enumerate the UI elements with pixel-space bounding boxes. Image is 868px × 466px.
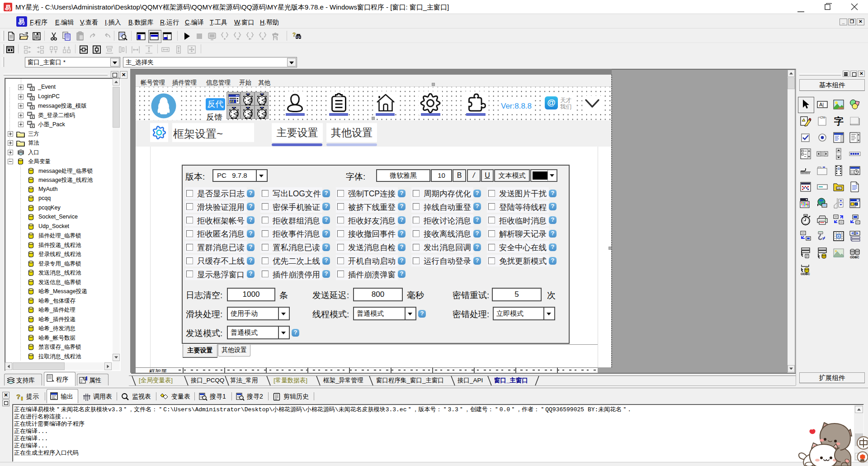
svg-text:字: 字 [834,116,844,126]
svg-text:ODBC: ODBC [801,272,810,276]
svg-text:?: ? [16,393,20,400]
svg-text:ODBC: ODBC [850,256,859,259]
svg-text:CN: CN [820,116,825,119]
svg-text:?: ? [292,32,296,38]
svg-text:DIF: DIF [837,187,841,190]
svg-text:A|: A| [819,102,824,107]
